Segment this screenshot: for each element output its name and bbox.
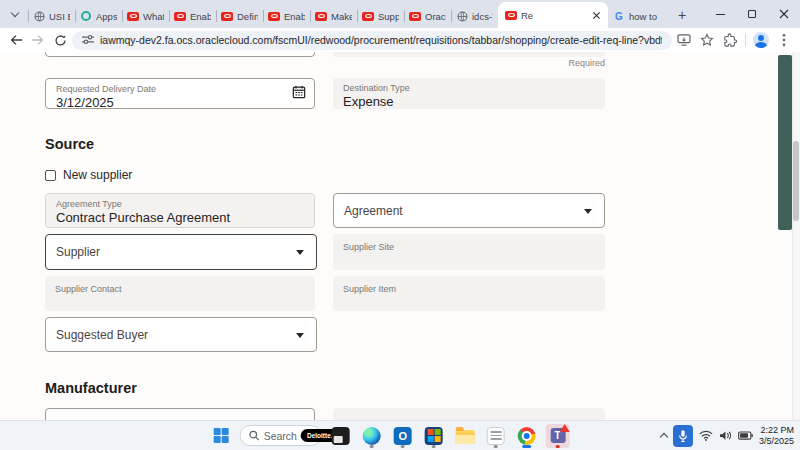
- dark-app-icon[interactable]: [329, 424, 353, 448]
- checkbox-icon[interactable]: [45, 170, 56, 181]
- alert-badge-icon: [560, 424, 570, 432]
- field-label: Agreement: [334, 204, 413, 218]
- forward-icon[interactable]: [28, 30, 48, 50]
- browser-scrollbar-thumb[interactable]: [793, 141, 799, 221]
- browser-scrollbar-track[interactable]: [792, 52, 800, 420]
- battery-icon[interactable]: [738, 431, 753, 440]
- chrome-icon[interactable]: [515, 424, 539, 448]
- field-label: Supplier Contact: [45, 276, 315, 294]
- checkbox-label: New supplier: [63, 168, 132, 182]
- source-section-heading: Source: [45, 136, 94, 152]
- tab-define[interactable]: Define: [216, 4, 263, 28]
- tab-idcs[interactable]: idcs-7: [451, 4, 498, 28]
- minimize-button[interactable]: [704, 0, 736, 28]
- taskbar-search[interactable]: Search Deloitte.: [240, 425, 322, 446]
- oracle-favicon-icon: [505, 9, 517, 21]
- supplier-site-field: Supplier Site: [333, 234, 605, 270]
- clock-date: 3/5/2025: [759, 436, 794, 447]
- agreement-dropdown[interactable]: Agreement: [333, 193, 605, 228]
- tab-what[interactable]: What a: [122, 4, 169, 28]
- globe-favicon-icon: [456, 10, 468, 22]
- field-label: Supplier: [46, 245, 110, 259]
- oracle-favicon-icon: [127, 10, 139, 22]
- bookmark-star-icon[interactable]: [697, 30, 717, 50]
- requested-delivery-date-field[interactable]: Requested Delivery Date 3/12/2025: [45, 78, 315, 109]
- field-label: Requested Delivery Date: [46, 79, 314, 94]
- windows-logo-icon: [213, 428, 228, 443]
- taskbar-clock[interactable]: 2:22 PM 3/5/2025: [759, 425, 796, 447]
- chevron-down-icon: [296, 250, 304, 255]
- globe-favicon-icon: [33, 10, 45, 22]
- google-favicon-icon: G: [613, 10, 625, 22]
- file-explorer-icon[interactable]: [453, 424, 477, 448]
- tab-active-requisitions[interactable]: Re: [498, 2, 608, 28]
- tab-label: Make a: [331, 11, 352, 22]
- menu-kebab-icon[interactable]: [774, 30, 794, 50]
- tray-chevron-up-icon[interactable]: [661, 431, 667, 440]
- tab-label: Enable: [190, 11, 211, 22]
- tab-usi[interactable]: USI Em: [28, 4, 75, 28]
- cutoff-field-top-left[interactable]: [45, 52, 315, 57]
- cutoff-field-bottom-left[interactable]: [45, 408, 315, 420]
- oracle-favicon-icon: [315, 10, 327, 22]
- cutoff-field-top-right[interactable]: [333, 52, 605, 57]
- teams-icon[interactable]: T: [546, 424, 570, 448]
- tab-apps[interactable]: Apps |: [75, 4, 122, 28]
- tab-label: Define: [237, 11, 258, 22]
- field-label: Destination Type: [333, 78, 605, 93]
- speaker-icon[interactable]: [719, 430, 732, 441]
- new-tab-button[interactable]: +: [670, 3, 694, 27]
- outlook-icon[interactable]: O: [391, 424, 415, 448]
- system-tray: 2:22 PM 3/5/2025: [661, 425, 796, 447]
- tab-label: Re: [521, 10, 533, 21]
- agreement-type-field: Agreement Type Contract Purchase Agreeme…: [45, 193, 315, 228]
- new-supplier-checkbox[interactable]: New supplier: [45, 168, 132, 182]
- tab-search-chevron-icon[interactable]: [2, 2, 28, 26]
- send-to-device-icon[interactable]: [674, 30, 694, 50]
- microphone-icon[interactable]: [673, 425, 693, 447]
- tab-suppli[interactable]: Suppli: [357, 4, 404, 28]
- supplier-contact-field: Supplier Contact: [45, 276, 315, 311]
- field-label: Suggested Buyer: [46, 328, 158, 342]
- tab-label: What a: [143, 11, 164, 22]
- supplier-dropdown[interactable]: Supplier: [45, 234, 317, 270]
- field-value: 3/12/2025: [46, 94, 314, 110]
- tab-enable-1[interactable]: Enable: [169, 4, 216, 28]
- site-info-icon[interactable]: [82, 31, 94, 49]
- oracle-favicon-icon: [174, 10, 186, 22]
- maximize-button[interactable]: [736, 0, 768, 28]
- supplier-item-field: Supplier Item: [333, 276, 605, 311]
- oracle-favicon-icon: [221, 10, 233, 22]
- tab-label: Suppli: [378, 11, 399, 22]
- wifi-icon[interactable]: [699, 430, 713, 441]
- microsoft-store-icon[interactable]: [422, 424, 446, 448]
- notepad-icon[interactable]: [484, 424, 508, 448]
- tab-enable-2[interactable]: Enable: [263, 4, 310, 28]
- page-scrollbar-thumb[interactable]: [778, 55, 792, 230]
- required-note: Required: [333, 58, 605, 68]
- close-window-button[interactable]: [768, 0, 800, 28]
- tab-make[interactable]: Make a: [310, 4, 357, 28]
- search-label: Search: [264, 430, 297, 442]
- divider: [745, 33, 746, 47]
- suggested-buyer-dropdown[interactable]: Suggested Buyer: [45, 317, 317, 352]
- back-icon[interactable]: [6, 30, 26, 50]
- calendar-icon[interactable]: [292, 85, 306, 103]
- oracle-favicon-icon: [362, 10, 374, 22]
- refresh-icon[interactable]: [50, 30, 70, 50]
- tab-howto[interactable]: G how to: [608, 4, 670, 28]
- field-value: Contract Purchase Agreement: [46, 209, 314, 225]
- oracle-favicon-icon: [268, 10, 280, 22]
- tab-close-icon[interactable]: [592, 11, 601, 20]
- tab-oracle[interactable]: Oracle: [404, 4, 451, 28]
- profile-avatar[interactable]: [751, 30, 771, 50]
- field-label: Agreement Type: [46, 194, 314, 209]
- chevron-down-icon: [584, 209, 592, 214]
- url-field[interactable]: iawmqy-dev2.fa.ocs.oraclecloud.com/fscmU…: [72, 31, 672, 50]
- search-icon: [249, 427, 260, 445]
- field-value: Expense: [333, 93, 605, 109]
- clock-time: 2:22 PM: [759, 425, 794, 436]
- edge-icon[interactable]: [360, 424, 384, 448]
- extensions-puzzle-icon[interactable]: [720, 30, 740, 50]
- start-button[interactable]: [209, 424, 233, 448]
